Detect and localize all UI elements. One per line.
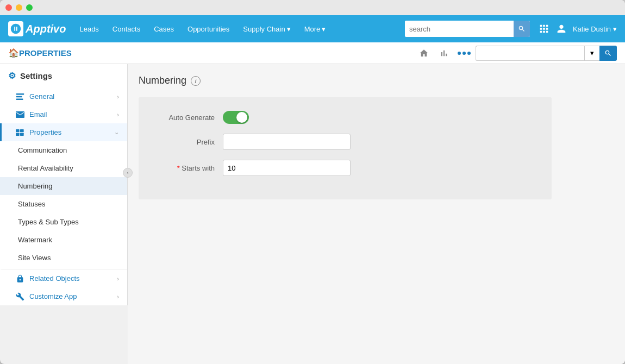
gear-icon: ⚙ xyxy=(8,71,16,81)
user-menu-arrow-icon: ▾ xyxy=(613,25,617,33)
nav-more[interactable]: More ▾ xyxy=(299,22,332,36)
search-input[interactable] xyxy=(405,21,514,37)
related-objects-icon xyxy=(15,275,25,283)
starts-with-input[interactable] xyxy=(223,160,351,176)
nav-opportunities[interactable]: Opportunities xyxy=(182,22,235,36)
svg-rect-3 xyxy=(16,129,20,132)
sidebar: ⚙ Settings General › Email xyxy=(0,64,128,305)
sidebar-item-site-views[interactable]: Site Views xyxy=(0,249,127,267)
properties-bar: 🏠 PROPERTIES ▾ xyxy=(0,42,625,64)
properties-toolbar: ▾ xyxy=(415,46,617,61)
auto-generate-label: Auto Generate xyxy=(149,114,215,122)
properties-search-area: ▾ xyxy=(476,46,617,61)
sidebar-item-types-sub-types[interactable]: Types & Sub Types xyxy=(0,213,127,231)
related-objects-label: Related Objects xyxy=(29,274,117,283)
sidebar-item-related-objects[interactable]: Related Objects › xyxy=(0,269,127,287)
logo-text: Apptivo xyxy=(26,23,66,35)
properties-search-input[interactable] xyxy=(476,46,584,61)
properties-house-icon: 🏠 xyxy=(8,48,19,58)
settings-label: Settings xyxy=(20,71,52,80)
customize-app-label: Customize App xyxy=(29,292,117,300)
svg-rect-4 xyxy=(20,129,24,132)
more-arrow-icon: ▾ xyxy=(322,25,326,33)
properties-collapse-arrow-icon: ⌄ xyxy=(114,129,119,136)
watermark-label: Watermark xyxy=(18,236,52,244)
svg-rect-0 xyxy=(16,93,24,95)
top-nav: Apptivo Leads Contacts Cases Opportuniti… xyxy=(0,15,625,42)
title-bar xyxy=(0,0,625,15)
sidebar-item-statuses[interactable]: Statuses xyxy=(0,195,127,213)
sidebar-item-customize-app[interactable]: Customize App › xyxy=(0,287,127,305)
starts-with-label: Starts with xyxy=(149,164,215,172)
starts-with-row: Starts with xyxy=(149,160,541,176)
app-window: Apptivo Leads Contacts Cases Opportuniti… xyxy=(0,0,625,364)
related-objects-arrow-icon: › xyxy=(117,275,119,282)
email-icon xyxy=(15,111,25,118)
sidebar-item-watermark[interactable]: Watermark xyxy=(0,231,127,249)
logo[interactable]: Apptivo xyxy=(8,21,66,36)
properties-sidebar-icon xyxy=(15,129,25,136)
toggle-thumb xyxy=(236,112,247,123)
home-button[interactable] xyxy=(415,46,433,61)
svg-rect-5 xyxy=(16,133,20,135)
nav-contacts[interactable]: Contacts xyxy=(107,22,146,36)
email-label: Email xyxy=(29,110,117,118)
numbering-label: Numbering xyxy=(18,182,53,190)
dot-2 xyxy=(462,52,466,55)
general-arrow-icon: › xyxy=(117,93,119,100)
sidebar-wrapper: ⚙ Settings General › Email xyxy=(0,64,128,364)
sidebar-item-email[interactable]: Email › xyxy=(0,105,127,123)
rental-availability-label: Rental Availability xyxy=(18,164,73,172)
info-icon[interactable]: i xyxy=(191,76,201,86)
chart-button[interactable] xyxy=(435,46,453,61)
sidebar-item-rental-availability[interactable]: Rental Availability xyxy=(0,159,127,177)
sidebar-item-general[interactable]: General › xyxy=(0,87,127,105)
dots-menu-button[interactable] xyxy=(455,46,473,61)
email-arrow-icon: › xyxy=(117,111,119,118)
sidebar-item-properties[interactable]: Properties ⌄ xyxy=(0,123,127,141)
user-menu[interactable]: Katie Dustin ▾ xyxy=(573,25,617,33)
nav-supply-chain[interactable]: Supply Chain ▾ xyxy=(238,22,296,36)
logo-icon xyxy=(8,21,23,36)
general-icon xyxy=(15,93,25,101)
search-button[interactable] xyxy=(514,21,530,37)
dropdown-arrow-icon: ▾ xyxy=(590,49,594,57)
nav-leads[interactable]: Leads xyxy=(74,22,104,36)
svg-rect-2 xyxy=(16,98,23,99)
properties-search-button[interactable] xyxy=(599,46,617,61)
main-area: ⚙ Settings General › Email xyxy=(0,64,625,364)
customize-app-icon xyxy=(15,293,25,300)
apps-icon[interactable] xyxy=(538,23,550,35)
sidebar-item-communication[interactable]: Communication xyxy=(0,141,127,159)
dot-3 xyxy=(467,52,471,55)
user-icon[interactable] xyxy=(555,23,567,35)
nav-icons: Katie Dustin ▾ xyxy=(538,23,617,35)
site-views-label: Site Views xyxy=(18,254,51,262)
properties-dropdown-button[interactable]: ▾ xyxy=(584,46,599,61)
sidebar-collapse-button[interactable]: ‹ xyxy=(123,168,133,178)
statuses-label: Statuses xyxy=(18,200,46,208)
nav-cases[interactable]: Cases xyxy=(148,22,179,36)
svg-rect-6 xyxy=(20,133,24,135)
content-area: Numbering i Auto Generate Prefix xyxy=(128,64,625,364)
settings-section-header: ⚙ Settings xyxy=(0,64,127,87)
sidebar-item-numbering[interactable]: Numbering xyxy=(0,177,127,195)
customize-app-arrow-icon: › xyxy=(117,293,119,300)
search-box xyxy=(405,21,530,37)
supply-chain-arrow-icon: ▾ xyxy=(287,25,291,33)
auto-generate-toggle[interactable] xyxy=(223,111,249,124)
minimize-dot[interactable] xyxy=(16,4,22,11)
general-label: General xyxy=(29,92,117,101)
svg-rect-1 xyxy=(16,96,22,97)
maximize-dot[interactable] xyxy=(26,4,33,11)
prefix-label: Prefix xyxy=(149,138,215,146)
prefix-input[interactable] xyxy=(223,134,351,150)
close-dot[interactable] xyxy=(5,4,12,11)
communication-label: Communication xyxy=(18,146,67,154)
page-title: Numbering i xyxy=(139,75,614,86)
types-sub-types-label: Types & Sub Types xyxy=(18,218,79,226)
settings-panel: Auto Generate Prefix Starts with xyxy=(139,97,552,199)
dot-1 xyxy=(458,52,461,55)
prefix-row: Prefix xyxy=(149,134,541,150)
properties-sidebar-label: Properties xyxy=(29,128,114,136)
